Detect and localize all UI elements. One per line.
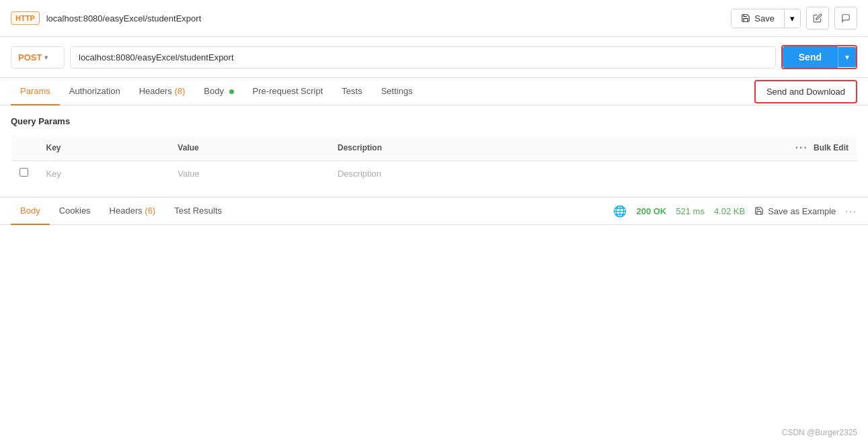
tab-authorization[interactable]: Authorization	[60, 78, 130, 105]
value-cell[interactable]: Value	[169, 161, 329, 186]
tab-pre-request[interactable]: Pre-request Script	[243, 78, 333, 105]
request-bar: POST ▾ Send ▾	[0, 37, 868, 78]
comment-button[interactable]	[834, 7, 857, 30]
method-label: POST	[18, 52, 42, 62]
row-checkbox-cell	[11, 161, 38, 186]
checkbox-header	[11, 135, 38, 161]
response-size: 4.02 KB	[714, 206, 745, 216]
response-tabs-bar: Body Cookies Headers (6) Test Results 🌐 …	[0, 197, 868, 225]
response-more-button[interactable]: ···	[845, 206, 857, 216]
method-select[interactable]: POST ▾	[11, 46, 65, 69]
params-content: Query Params Key Value Description ··· B…	[0, 105, 868, 197]
response-tab-cookies[interactable]: Cookies	[50, 197, 100, 225]
save-btn-group: Save ▾	[731, 9, 801, 28]
tab-headers[interactable]: Headers (8)	[130, 78, 195, 105]
send-btn-group: Send ▾	[783, 46, 856, 68]
top-bar: HTTP localhost:8080/easyExcel/studentExp…	[0, 0, 868, 37]
method-chevron-icon: ▾	[44, 54, 48, 61]
query-params-table: Key Value Description ··· Bulk Edit Key …	[11, 134, 857, 186]
response-body-content	[0, 225, 868, 292]
send-button[interactable]: Send	[783, 46, 838, 68]
bulk-edit-button[interactable]: Bulk Edit	[814, 143, 849, 152]
save-icon	[741, 13, 750, 23]
save-button[interactable]: Save	[732, 9, 784, 28]
http-badge: HTTP	[11, 11, 40, 25]
value-column-header: Value	[169, 135, 329, 161]
table-row: Key Value Description	[11, 161, 857, 186]
row-checkbox[interactable]	[19, 168, 28, 177]
top-bar-actions: Save ▾	[731, 7, 857, 30]
description-column-header: Description ··· Bulk Edit	[329, 135, 857, 161]
top-bar-url: localhost:8080/easyExcel/studentExport	[46, 13, 725, 24]
response-tab-headers[interactable]: Headers (6)	[100, 197, 165, 225]
send-chevron-button[interactable]: ▾	[838, 47, 856, 67]
tab-body[interactable]: Body	[194, 78, 243, 105]
url-input[interactable]	[70, 46, 776, 69]
send-download-button[interactable]: Send and Download	[754, 80, 857, 103]
response-area: Body Cookies Headers (6) Test Results 🌐 …	[0, 197, 868, 292]
response-time: 521 ms	[676, 206, 705, 216]
request-tabs-area: Params Authorization Headers (8) Body Pr…	[0, 78, 868, 105]
query-params-title: Query Params	[11, 116, 857, 126]
response-tab-body[interactable]: Body	[11, 197, 50, 225]
response-status: 200 OK	[636, 206, 666, 216]
request-tabs: Params Authorization Headers (8) Body Pr…	[11, 78, 754, 105]
tab-params[interactable]: Params	[11, 78, 60, 105]
save-chevron-button[interactable]: ▾	[784, 9, 800, 28]
edit-icon	[813, 13, 822, 23]
save-example-button[interactable]: Save as Example	[754, 206, 836, 216]
send-btn-wrapper: Send ▾	[781, 45, 857, 69]
globe-icon: 🌐	[613, 205, 627, 218]
save-example-icon	[754, 206, 764, 216]
response-meta: 🌐 200 OK 521 ms 4.02 KB Save as Example …	[613, 205, 857, 218]
response-tab-test-results[interactable]: Test Results	[165, 197, 231, 225]
key-cell[interactable]: Key	[38, 161, 170, 186]
tab-tests[interactable]: Tests	[332, 78, 371, 105]
key-column-header: Key	[38, 135, 170, 161]
edit-button[interactable]	[806, 7, 829, 30]
description-cell[interactable]: Description	[329, 161, 857, 186]
more-options-icon[interactable]: ···	[795, 142, 808, 154]
comment-icon	[841, 13, 851, 23]
tab-settings[interactable]: Settings	[372, 78, 422, 105]
